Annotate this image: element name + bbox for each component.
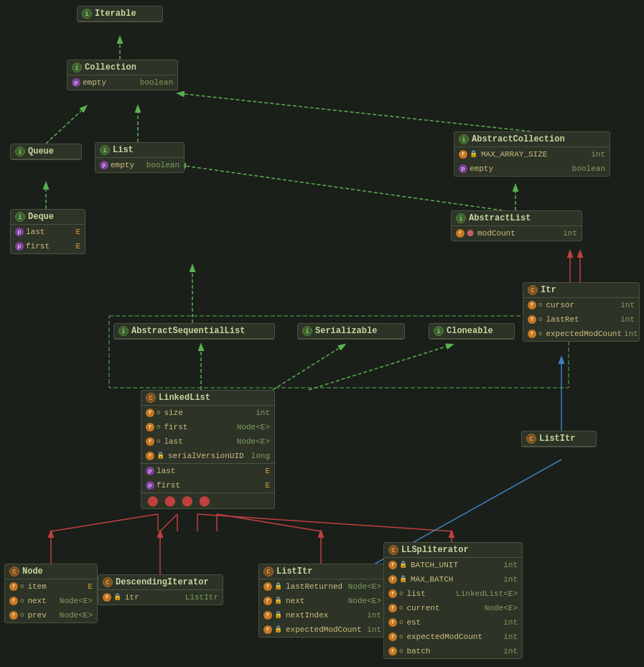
iterable-title: i Iterable bbox=[78, 6, 162, 22]
iterable-badge: i bbox=[82, 9, 92, 19]
node-name: Node bbox=[22, 566, 43, 577]
abstractcollection-name: AbstractCollection bbox=[472, 134, 565, 144]
collection-title: i Collection bbox=[67, 60, 177, 75]
abstractlist-field-modcount: f ⬤ modCount int bbox=[452, 226, 582, 241]
serializable-title: i Serializable bbox=[298, 324, 404, 339]
list-name: List bbox=[113, 145, 134, 155]
itr-title: C Itr bbox=[523, 283, 639, 298]
listitr-title: C ListItr bbox=[259, 564, 386, 579]
abstractsequentiallist-name: AbstractSequentialList bbox=[131, 326, 245, 336]
listitr-node: C ListItr f 🔒 lastReturned Node<E> f 🔒 n… bbox=[258, 564, 386, 638]
queue-node: i Queue bbox=[10, 144, 82, 160]
queue-badge: i bbox=[15, 146, 25, 157]
collection-field-empty: p empty boolean bbox=[67, 75, 177, 90]
deque-field-first: p first E bbox=[11, 239, 85, 253]
abstractcollection-node: i AbstractCollection f 🔒 MAX_ARRAY_SIZE … bbox=[454, 131, 610, 177]
abstractlist-title: i AbstractList bbox=[452, 211, 582, 226]
abstractcollection-title: i AbstractCollection bbox=[454, 132, 610, 147]
field-badge-p: p bbox=[72, 78, 80, 87]
svg-line-2 bbox=[46, 106, 86, 144]
list-badge: i bbox=[100, 145, 110, 155]
linkedlist-node: C LinkedList f o size int f o first Node… bbox=[141, 390, 275, 509]
iterable-node: i Iterable bbox=[77, 6, 163, 22]
collection-badge: i bbox=[72, 62, 82, 73]
svg-line-3 bbox=[178, 93, 531, 131]
descendingiterator-title: C DescendingIterator bbox=[98, 575, 223, 590]
itr-name: Itr bbox=[541, 285, 556, 295]
collection-node: i Collection p empty boolean bbox=[67, 60, 178, 90]
deque-node: i Deque p last E p first E bbox=[10, 209, 85, 254]
cloneable-name: Cloneable bbox=[447, 326, 493, 336]
svg-line-23 bbox=[217, 514, 321, 531]
abstractlist-name: AbstractList bbox=[469, 213, 531, 223]
cloneable-title: i Cloneable bbox=[429, 324, 514, 339]
itr-node: C Itr f o cursor int f o lastRet int f o… bbox=[523, 282, 640, 342]
linkedlist-connectors: ⬤ ⬤ ⬤ ⬤ bbox=[141, 493, 274, 508]
listitr-inner-name: ListItr bbox=[539, 434, 575, 444]
deque-field-last: p last E bbox=[11, 225, 85, 239]
serializable-node: i Serializable bbox=[297, 323, 405, 340]
llspliterator-name: LLSpliterator bbox=[401, 545, 469, 555]
collection-name: Collection bbox=[85, 62, 136, 73]
descendingiterator-node: C DescendingIterator f 🔒 itr ListItr bbox=[98, 574, 223, 605]
svg-line-13 bbox=[309, 345, 452, 390]
queue-title: i Queue bbox=[11, 144, 81, 159]
svg-line-21 bbox=[160, 514, 177, 531]
queue-name: Queue bbox=[28, 146, 54, 157]
list-field-empty: p empty boolean bbox=[95, 158, 184, 172]
llspliterator-node: C LLSpliterator f 🔒 BATCH_UNIT int f 🔒 M… bbox=[383, 542, 523, 659]
deque-badge: i bbox=[15, 212, 25, 222]
svg-line-25 bbox=[197, 514, 452, 531]
descendingiterator-name: DescendingIterator bbox=[116, 577, 209, 587]
abstractsequentiallist-node: i AbstractSequentialList bbox=[113, 323, 275, 340]
listitr-name: ListItr bbox=[276, 566, 312, 577]
field-badge-p2: p bbox=[100, 161, 108, 169]
serializable-name: Serializable bbox=[315, 326, 377, 336]
linkedlist-name: LinkedList bbox=[159, 393, 210, 403]
deque-title: i Deque bbox=[11, 210, 85, 225]
deque-name: Deque bbox=[28, 212, 54, 222]
listitr-inner-title: C ListItr bbox=[522, 432, 596, 447]
uml-diagram: i Iterable i Collection p empty boolean … bbox=[0, 0, 644, 667]
node-node: C Node f o item E f o next Node<E> f o p… bbox=[4, 564, 98, 623]
abstractsequentiallist-title: i AbstractSequentialList bbox=[114, 324, 274, 339]
list-title: i List bbox=[95, 143, 184, 158]
listitr-inner-node: C ListItr bbox=[521, 431, 597, 447]
list-node: i List p empty boolean bbox=[95, 142, 185, 173]
abstractcollection-field-empty: p empty boolean bbox=[454, 162, 610, 176]
svg-line-19 bbox=[51, 514, 158, 531]
abstractcollection-field-max: f 🔒 MAX_ARRAY_SIZE int bbox=[454, 147, 610, 162]
linkedlist-title: C LinkedList bbox=[141, 391, 274, 406]
cloneable-node: i Cloneable bbox=[429, 323, 515, 340]
abstractlist-node: i AbstractList f ⬤ modCount int bbox=[451, 210, 582, 241]
iterable-name: Iterable bbox=[95, 9, 136, 19]
node-title: C Node bbox=[5, 564, 97, 579]
svg-line-12 bbox=[273, 345, 345, 390]
llspliterator-title: C LLSpliterator bbox=[384, 543, 522, 558]
